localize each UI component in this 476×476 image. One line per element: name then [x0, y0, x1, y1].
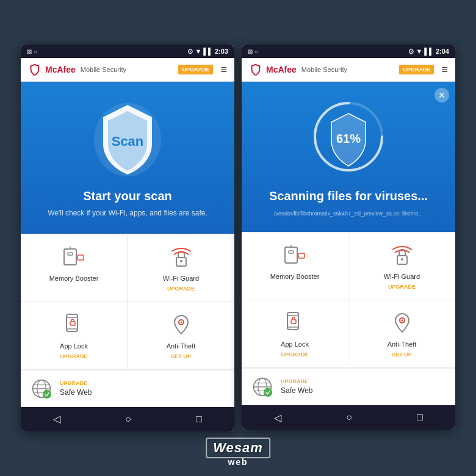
status-bar-1: ⊠ ○ ⊙ ▼ ▌▌ 2:03	[21, 45, 234, 58]
features-grid-2: Memory Booster Wi-Fi Guard UPGRADE	[242, 232, 455, 368]
svg-point-20	[43, 390, 51, 398]
mcafee-shield-icon-1	[28, 63, 41, 76]
memory-booster-cell-2[interactable]: Memory Booster	[242, 233, 348, 300]
safe-web-text-2: UPGRADE Safe Web	[281, 378, 312, 395]
status-time-2: ⊙ ▼ ▌▌ 2:04	[408, 48, 449, 56]
wifi-guard-label-1: Wi-Fi Guard	[163, 275, 199, 282]
safe-web-upgrade-label-1: UPGRADE	[60, 380, 92, 386]
svg-rect-24	[289, 251, 294, 253]
svg-rect-1	[64, 249, 76, 265]
svg-point-30	[401, 258, 403, 261]
memory-booster-label-1: Memory Booster	[49, 275, 99, 282]
scanning-shield-svg-2: 61%	[312, 100, 385, 179]
app-lock-label-1: App Lock	[60, 342, 88, 350]
mcafee-logo-2: McAfee	[249, 63, 297, 76]
mcafee-shield-icon-2	[249, 63, 262, 76]
wifi-guard-cell-1[interactable]: Wi-Fi Guard UPGRADE	[128, 234, 234, 302]
status-bar-2: ⊠ ○ ⊙ ▼ ▌▌ 2:04	[242, 45, 455, 58]
recent-button-2[interactable]: □	[417, 412, 423, 423]
status-time-1: ⊙ ▼ ▌▌ 2:03	[187, 48, 228, 56]
wifi-guard-icon-2	[388, 242, 417, 269]
watermark-main: Wesam	[206, 438, 270, 458]
wifi-guard-icon-1	[167, 244, 196, 271]
anti-theft-badge-1: SET UP	[171, 353, 191, 359]
wifi-guard-badge-2: UPGRADE	[388, 284, 416, 290]
app-name-2: Mobile Security	[301, 66, 395, 73]
memory-booster-icon-1	[59, 244, 88, 271]
home-button-1[interactable]: ○	[125, 414, 131, 425]
safe-web-icon-2	[251, 376, 273, 398]
safe-web-icon-1	[31, 378, 52, 400]
memory-booster-label-2: Memory Booster	[270, 273, 320, 280]
scan-shield-svg-1[interactable]: Scan	[91, 100, 164, 179]
bottom-nav-2: ◁ ○ □	[242, 405, 455, 430]
home-button-2[interactable]: ○	[346, 412, 352, 423]
safe-web-name-2: Safe Web	[281, 386, 312, 395]
hero-section-2: ✕ 61% Scanning files for viruses... /ven…	[242, 82, 455, 232]
scan-percent-2: 61%	[336, 132, 361, 145]
svg-point-36	[401, 320, 403, 322]
nav-bar-1: McAfee Mobile Security UPGRADE ≡	[21, 58, 234, 82]
app-lock-label-2: App Lock	[281, 341, 309, 348]
close-button-2[interactable]: ✕	[435, 88, 449, 103]
status-left-icons-1: ⊠ ○	[27, 48, 37, 55]
app-lock-badge-1: UPGRADE	[60, 353, 87, 359]
phone-2: ⊠ ○ ⊙ ▼ ▌▌ 2:04 McAfee Mobile Security U…	[242, 45, 455, 430]
anti-theft-cell-1[interactable]: Anti-Theft SET UP	[128, 302, 234, 370]
back-button-2[interactable]: ◁	[274, 412, 281, 424]
brand-name-2: McAfee	[266, 65, 297, 74]
svg-rect-2	[68, 253, 73, 255]
watermark-sub: web	[228, 457, 248, 467]
hero-subtitle-1: We'll check if your Wi-Fi, apps, and fil…	[48, 208, 207, 218]
hero-section-1: Scan Start your scan We'll check if your…	[21, 82, 234, 234]
anti-theft-label-2: Anti-Theft	[388, 341, 417, 348]
safe-web-row-2[interactable]: UPGRADE Safe Web	[242, 368, 455, 405]
safe-web-text-1: UPGRADE Safe Web	[60, 380, 92, 397]
bottom-nav-1: ◁ ○ □	[21, 407, 234, 431]
anti-theft-badge-2: SET UP	[392, 352, 412, 358]
brand-name-1: McAfee	[45, 65, 76, 74]
phones-container: ⊠ ○ ⊙ ▼ ▌▌ 2:03 McAfee Mobile Security U…	[15, 38, 461, 438]
svg-rect-23	[285, 247, 297, 263]
features-grid-1: Memory Booster Wi-Fi Guard UPGR	[21, 234, 234, 370]
svg-rect-26	[298, 253, 305, 258]
app-lock-cell-2[interactable]: App Lock UPGRADE	[242, 300, 348, 368]
anti-theft-cell-2[interactable]: Anti-Theft SET UP	[348, 300, 455, 368]
status-right-2: ⊙ ▼ ▌▌ 2:04	[408, 48, 449, 56]
safe-web-row-1[interactable]: UPGRADE Safe Web	[21, 370, 234, 407]
nav-bar-2: McAfee Mobile Security UPGRADE ≡	[242, 58, 455, 82]
status-right-1: ⊙ ▼ ▌▌ 2:03	[187, 48, 228, 56]
back-button-1[interactable]: ◁	[53, 413, 60, 425]
mcafee-logo-1: McAfee	[28, 63, 76, 76]
status-left-icons-2: ⊠ ○	[248, 48, 258, 55]
status-left-1: ⊠ ○	[27, 48, 37, 55]
hamburger-menu-2[interactable]: ≡	[441, 63, 448, 76]
scan-text-1: Scan	[112, 134, 144, 149]
wifi-guard-cell-2[interactable]: Wi-Fi Guard UPGRADE	[348, 233, 455, 300]
svg-rect-12	[70, 322, 75, 325]
scanning-title-2: Scanning files for viruses...	[269, 189, 428, 203]
recent-button-1[interactable]: □	[196, 414, 202, 425]
app-name-1: Mobile Security	[81, 66, 174, 73]
memory-booster-icon-2	[280, 242, 309, 269]
upgrade-badge-1[interactable]: UPGRADE	[178, 65, 213, 74]
anti-theft-icon-2	[388, 310, 417, 337]
anti-theft-label-1: Anti-Theft	[167, 342, 196, 350]
watermark: Wesam web	[206, 438, 270, 467]
status-left-2: ⊠ ○	[248, 48, 258, 55]
upgrade-badge-2[interactable]: UPGRADE	[399, 65, 434, 74]
app-lock-icon-2	[280, 310, 309, 337]
scan-path-2: /vendor/lib/libchromatix_s5k4h7_zsl_prev…	[274, 211, 423, 217]
phone-1: ⊠ ○ ⊙ ▼ ▌▌ 2:03 McAfee Mobile Security U…	[21, 45, 234, 431]
app-lock-icon-1	[59, 312, 88, 339]
wifi-guard-badge-1: UPGRADE	[167, 286, 195, 292]
memory-booster-cell-1[interactable]: Memory Booster	[21, 234, 128, 302]
svg-point-14	[180, 321, 182, 323]
safe-web-name-1: Safe Web	[60, 388, 92, 397]
hamburger-menu-1[interactable]: ≡	[220, 63, 227, 76]
svg-point-8	[180, 260, 182, 262]
safe-web-upgrade-label-2: UPGRADE	[281, 378, 312, 384]
svg-rect-34	[291, 320, 296, 323]
svg-rect-4	[78, 255, 84, 260]
app-lock-cell-1[interactable]: App Lock UPGRADE	[21, 302, 128, 370]
